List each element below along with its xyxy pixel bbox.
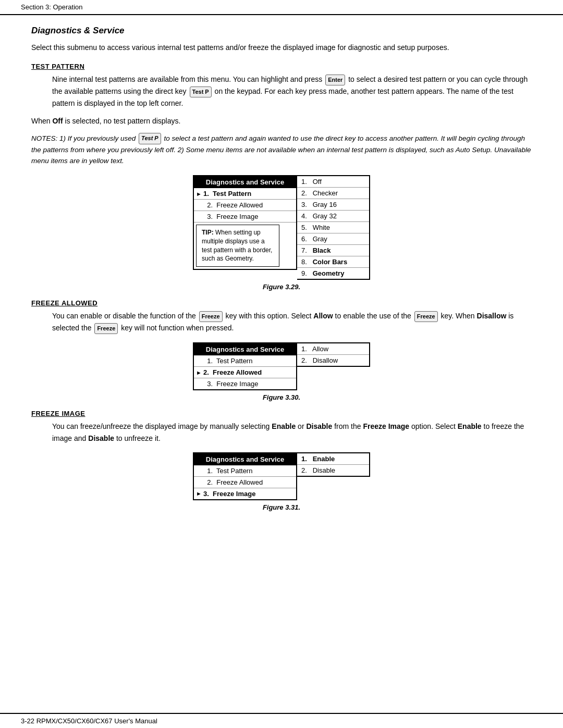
fig30-item-3: 3. Freeze Image (194, 378, 296, 389)
test-pattern-label: TEST PATTERN (31, 63, 532, 70)
fig29-sub-8: 8. Color Bars (297, 256, 369, 268)
arrow-icon-1: ► (196, 191, 202, 197)
fig31-caption: Figure 3.31. (263, 503, 300, 511)
testp-key-2: Test P (139, 133, 161, 144)
fig30-submenu-box: 1. Allow 2. Disallow (297, 342, 370, 367)
fig31-item-2: 2. Freeze Allowed (194, 477, 296, 488)
fig29-sub-1: 1. Off (297, 176, 369, 188)
fig29-sub-2: 2. Checker (297, 188, 369, 199)
footer-text: 3-22 RPMX/CX50/CX60/CX67 User's Manual (21, 717, 157, 725)
fig29-sub-3: 3. Gray 16 (297, 199, 369, 211)
enter-key: Enter (325, 75, 345, 86)
main-content: Diagnostics & Service Select this submen… (0, 15, 563, 551)
freeze-allowed-label: FREEZE ALLOWED (31, 299, 532, 307)
tip-container: TIP: When setting up multiple displays u… (194, 223, 296, 269)
figure-31-container: Diagnostics and Service 1. Test Pattern … (31, 452, 532, 511)
tip-label: TIP: (202, 229, 214, 236)
fig29-submenu-box: 1. Off 2. Checker 3. Gray 16 4. Gray 32 … (297, 175, 370, 280)
fig29-sub-7: 7. Black (297, 245, 369, 256)
arrow-icon-2: ► (196, 369, 202, 376)
fig30-menu-title: Diagnostics and Service (194, 343, 296, 355)
tip-box: TIP: When setting up multiple displays u… (196, 225, 279, 267)
fig30-sub-2: 2. Disallow (297, 355, 369, 366)
freeze-image-section: FREEZE IMAGE You can freeze/unfreeze the… (31, 410, 532, 444)
fig31-sub-2: 2. Disable (297, 465, 369, 476)
fig29-outer: Diagnostics and Service ► 1. Test Patter… (193, 175, 370, 280)
when-off-text: When Off is selected, no test pattern di… (31, 116, 532, 127)
fig29-sub-4: 4. Gray 32 (297, 211, 369, 222)
fig30-menu-box: Diagnostics and Service 1. Test Pattern … (193, 342, 297, 390)
fig31-item-3: ► 3. Freeze Image (194, 488, 296, 499)
fig29-sub-9: 9. Geometry (297, 268, 369, 279)
fig31-menus: Diagnostics and Service 1. Test Pattern … (193, 452, 370, 500)
freeze-key-3: Freeze (94, 323, 118, 335)
fig29-sub-5: 5. White (297, 222, 369, 233)
freeze-image-body: You can freeze/unfreeze the displayed im… (52, 421, 532, 444)
fig30-item-2: ► 2. Freeze Allowed (194, 367, 296, 378)
fig29-sub-6: 6. Gray (297, 233, 369, 245)
fig30-menus: Diagnostics and Service 1. Test Pattern … (193, 342, 370, 390)
fig29-menu-title: Diagnostics and Service (194, 176, 296, 188)
fig29-menu-box: Diagnostics and Service ► 1. Test Patter… (193, 175, 297, 270)
intro-text: Select this submenu to access various in… (31, 42, 532, 53)
freeze-allowed-body: You can enable or disable the function o… (52, 310, 532, 334)
fig30-item-1: 1. Test Pattern (194, 355, 296, 367)
fig30-sub-1: 1. Allow (297, 343, 369, 355)
freeze-image-label: FREEZE IMAGE (31, 410, 532, 417)
freeze-key-1: Freeze (199, 311, 223, 323)
fig29-item-3: 3. Freeze Image (194, 211, 296, 223)
page-header: Section 3: Operation (0, 0, 563, 15)
figure-30-container: Diagnostics and Service 1. Test Pattern … (31, 342, 532, 401)
arrow-icon-3: ► (196, 490, 202, 497)
fig29-menus: Diagnostics and Service ► 1. Test Patter… (193, 175, 370, 280)
fig29-caption: Figure 3.29. (263, 283, 300, 291)
fig29-item-2: 2. Freeze Allowed (194, 200, 296, 211)
fig31-sub-1: 1. Enable (297, 453, 369, 465)
fig31-item-1: 1. Test Pattern (194, 465, 296, 477)
fig30-caption: Figure 3.30. (263, 393, 300, 401)
page-footer: 3-22 RPMX/CX50/CX60/CX67 User's Manual (0, 713, 563, 728)
fig31-menu-box: Diagnostics and Service 1. Test Pattern … (193, 452, 297, 500)
fig29-item-1: ► 1. Test Pattern (194, 188, 296, 200)
test-pattern-body: Nine internal test patterns are availabl… (52, 73, 532, 109)
testp-key: Test P (190, 87, 212, 98)
fig31-menu-title: Diagnostics and Service (194, 453, 296, 465)
fig31-submenu-box: 1. Enable 2. Disable (297, 452, 370, 477)
freeze-key-2: Freeze (414, 311, 438, 323)
header-text: Section 3: Operation (21, 3, 83, 11)
notes-text: NOTES: 1) If you previously used Test P … (31, 133, 532, 167)
figure-29-container: Diagnostics and Service ► 1. Test Patter… (31, 175, 532, 291)
section-title: Diagnostics & Service (31, 26, 532, 36)
fig29-left: Diagnostics and Service ► 1. Test Patter… (193, 175, 297, 270)
freeze-allowed-section: FREEZE ALLOWED You can enable or disable… (31, 299, 532, 334)
